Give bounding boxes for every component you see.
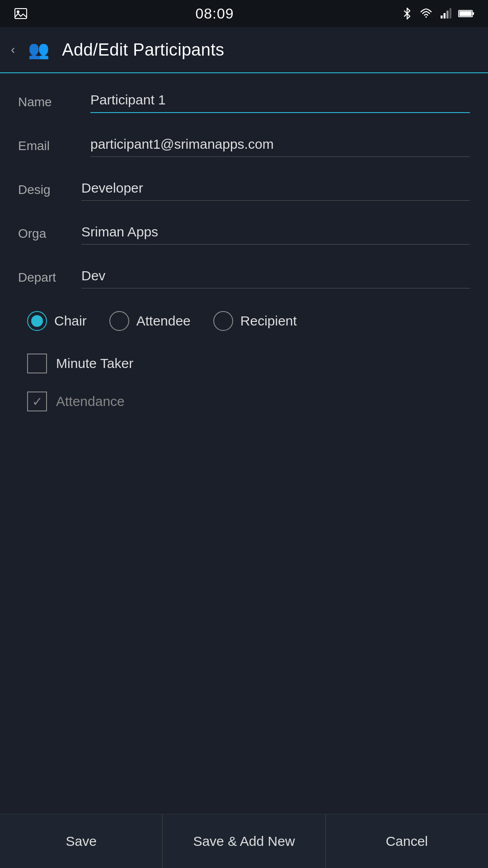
avatar-emoji: 👥 <box>28 40 49 60</box>
svg-rect-6 <box>450 8 451 19</box>
designation-input[interactable] <box>81 178 470 201</box>
department-input-wrapper <box>81 265 470 288</box>
name-label: Name <box>18 95 90 113</box>
department-row: Depart <box>18 249 470 293</box>
radio-chair[interactable]: Chair <box>27 311 87 331</box>
radio-circle-chair <box>27 311 47 331</box>
email-label: Email <box>18 139 90 157</box>
svg-point-2 <box>425 16 427 18</box>
back-icon[interactable]: ‹ <box>11 42 15 57</box>
cancel-button[interactable]: Cancel <box>326 814 488 868</box>
radio-circle-recipient <box>213 311 233 331</box>
svg-rect-5 <box>446 11 448 19</box>
checkbox-section: Minute Taker ✓ Attendance <box>18 340 470 416</box>
attendance-checkbox[interactable]: ✓ <box>27 392 47 411</box>
name-row: Name <box>18 73 470 118</box>
header-avatar: 👥 <box>24 35 53 64</box>
page-title: Add/Edit Participants <box>62 40 224 60</box>
department-input[interactable] <box>81 265 470 288</box>
bottom-bar: Save Save & Add New Cancel <box>0 814 488 868</box>
attendance-label: Attendance <box>56 394 125 409</box>
minute-taker-row[interactable]: Minute Taker <box>27 354 461 373</box>
designation-input-wrapper <box>81 178 470 201</box>
wifi-icon <box>419 8 433 19</box>
designation-label: Desig <box>18 183 81 201</box>
radio-label-recipient: Recipient <box>240 313 297 329</box>
minute-taker-label: Minute Taker <box>56 356 133 371</box>
organization-input-wrapper <box>81 222 470 245</box>
radio-inner-chair <box>31 315 43 327</box>
save-add-new-button[interactable]: Save & Add New <box>163 814 325 868</box>
email-input[interactable] <box>90 134 470 157</box>
minute-taker-checkbox[interactable] <box>27 354 47 373</box>
radio-label-attendee: Attendee <box>136 313 191 329</box>
radio-recipient[interactable]: Recipient <box>213 311 297 331</box>
attendance-row[interactable]: ✓ Attendance <box>27 392 461 411</box>
name-input[interactable] <box>90 90 470 113</box>
svg-rect-4 <box>444 13 446 19</box>
radio-circle-attendee <box>109 311 129 331</box>
radio-attendee[interactable]: Attendee <box>109 311 191 331</box>
svg-rect-9 <box>460 11 472 16</box>
radio-label-chair: Chair <box>54 313 87 329</box>
svg-rect-8 <box>472 12 474 14</box>
form-container: Name Email Desig Orga Depart <box>0 73 488 416</box>
signal-icon <box>439 8 452 19</box>
name-input-wrapper <box>90 90 470 113</box>
email-input-wrapper <box>90 134 470 157</box>
department-label: Depart <box>18 270 81 288</box>
bluetooth-icon <box>401 8 413 19</box>
svg-point-1 <box>17 10 19 13</box>
image-icon <box>14 6 28 21</box>
status-right <box>401 8 474 19</box>
organization-label: Orga <box>18 226 81 245</box>
svg-rect-0 <box>15 9 27 19</box>
designation-row: Desig <box>18 161 470 205</box>
role-section: Chair Attendee Recipient <box>18 293 470 340</box>
email-row: Email <box>18 118 470 161</box>
organization-input[interactable] <box>81 222 470 245</box>
save-button[interactable]: Save <box>0 814 163 868</box>
status-left <box>14 6 28 21</box>
battery-icon <box>458 8 474 19</box>
svg-rect-3 <box>441 15 442 19</box>
attendance-check-icon: ✓ <box>32 394 42 409</box>
app-header: ‹ 👥 Add/Edit Participants <box>0 27 488 73</box>
status-bar: 08:09 <box>0 0 488 27</box>
organization-row: Orga <box>18 205 470 249</box>
clock: 08:09 <box>195 5 234 22</box>
